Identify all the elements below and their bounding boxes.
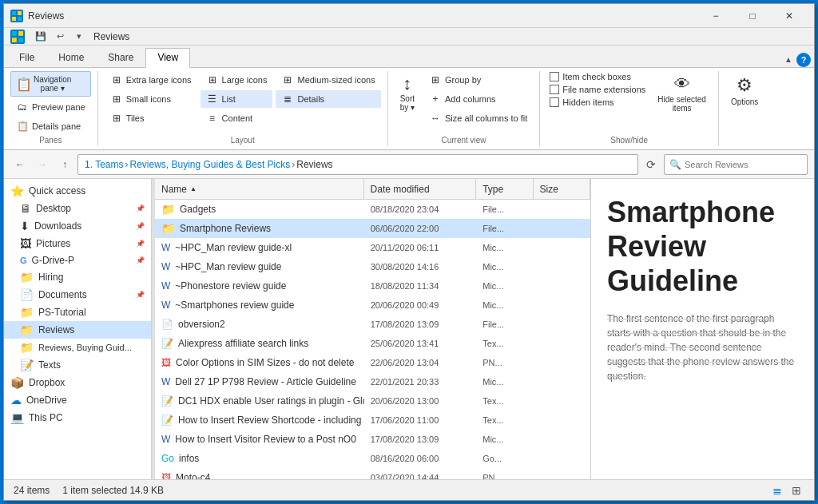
minimize-button[interactable]: − xyxy=(697,4,734,28)
file-list-header: Name ▲ Date modified Type Size xyxy=(155,179,590,200)
back-button[interactable]: ← xyxy=(10,155,30,174)
preview-pane-button[interactable]: 🗂 Preview pane xyxy=(10,98,91,116)
svg-rect-3 xyxy=(18,17,22,21)
details-pane-button[interactable]: 📋 Details pane xyxy=(10,117,91,135)
preview-body: The first sentence of the first paragrap… xyxy=(607,312,798,383)
hide-selected-items-button[interactable]: 👁 Hide selecteditems xyxy=(652,71,712,117)
hidden-items-toggle[interactable]: Hidden items xyxy=(546,97,649,108)
tiles-button[interactable]: ⊞ Tiles xyxy=(105,109,197,127)
tab-view[interactable]: View xyxy=(145,48,190,68)
sidebar-item-quick-access[interactable]: ⭐ Quick access xyxy=(4,182,151,200)
file-name-extensions-label: File name extensions xyxy=(562,85,645,94)
onedrive-icon: ☁ xyxy=(10,394,22,407)
table-row[interactable]: W~HPC_Man review guide 30/08/2020 14:16 … xyxy=(155,257,590,276)
sidebar-item-ps-tutorial[interactable]: 📁 PS-Tutorial xyxy=(4,304,151,321)
table-row[interactable]: 📄obversion2 17/08/2020 13:09 File... xyxy=(155,315,590,334)
quick-access-toolbar: 💾 ↩ ▾ Reviews xyxy=(4,28,814,46)
table-row[interactable]: W~Smartphones review guide 20/06/2020 00… xyxy=(155,296,590,315)
file-name-extensions-toggle[interactable]: File name extensions xyxy=(546,84,649,95)
size-all-columns-button[interactable]: ↔ Size all columns to fit xyxy=(423,109,533,127)
quick-save-button[interactable]: 💾 xyxy=(33,29,49,45)
refresh-button[interactable]: ⟳ xyxy=(641,155,661,174)
column-header-name[interactable]: Name ▲ xyxy=(155,179,364,199)
sidebar-item-reviews-buying[interactable]: 📁 Reviews, Buying Guid... xyxy=(4,339,151,356)
ribbon-view: 📋 Navigationpane ▾ 🗂 Preview pane 📋 Deta… xyxy=(4,68,814,150)
sidebar-label-dropbox: Dropbox xyxy=(29,377,65,388)
sidebar-item-onedrive[interactable]: ☁ OneDrive xyxy=(4,391,151,409)
large-icons-button[interactable]: ⊞ Large icons xyxy=(201,71,273,89)
quick-dropdown-button[interactable]: ▾ xyxy=(71,29,87,45)
ribbon-collapse-button[interactable]: ▲ xyxy=(780,51,796,67)
table-row[interactable]: WDell 27 1P P798 Review - Article Guidel… xyxy=(155,372,590,391)
list-button[interactable]: ☰ List xyxy=(201,90,273,108)
help-button[interactable]: ? xyxy=(796,53,811,67)
details-button[interactable]: ≣ Details xyxy=(276,90,380,108)
view-toggle-buttons: ≣ ⊞ xyxy=(769,482,804,498)
sidebar-item-downloads[interactable]: ⬇ Downloads 📌 xyxy=(4,217,151,235)
table-row[interactable]: 📝Aliexpress affiliate search links 25/06… xyxy=(155,334,590,353)
search-input[interactable] xyxy=(685,160,802,169)
column-header-size[interactable]: Size xyxy=(534,179,590,199)
file-name-3: W~HPC_Man review guide xyxy=(155,261,364,272)
small-icons-button[interactable]: ⊞ Small icons xyxy=(105,90,197,108)
table-row[interactable]: W~Phonestore review guide 18/08/2020 11:… xyxy=(155,276,590,296)
add-columns-button[interactable]: + Add columns xyxy=(423,90,533,108)
sidebar-item-texts[interactable]: 📝 Texts xyxy=(4,356,151,374)
col-size-label: Size xyxy=(540,184,558,195)
column-header-date[interactable]: Date modified xyxy=(364,179,477,199)
table-row[interactable]: Goinfos 08/16/2020 06:00 Go... xyxy=(155,449,590,468)
item-check-boxes-checkbox[interactable] xyxy=(550,72,559,81)
address-box[interactable]: 1. Teams › Reviews, Buying Guides & Best… xyxy=(77,154,638,175)
tab-home[interactable]: Home xyxy=(46,48,96,67)
table-row[interactable]: 📁Smartphone Reviews 06/06/2020 22:00 Fil… xyxy=(155,219,590,238)
sidebar-item-desktop[interactable]: 🖥 Desktop 📌 xyxy=(4,200,151,217)
group-by-button[interactable]: ⊞ Group by xyxy=(423,71,533,89)
sidebar-label-pictures: Pictures xyxy=(36,238,70,249)
table-row[interactable]: 📝DC1 HDX enable User ratings in plugin -… xyxy=(155,391,590,411)
sidebar-item-gdrive[interactable]: G G-Drive-P 📌 xyxy=(4,252,151,268)
downloads-pin: 📌 xyxy=(136,222,145,230)
view-options: ⊞ Group by + Add columns ↔ Size all colu… xyxy=(423,71,533,127)
content-button[interactable]: ≡ Content xyxy=(201,109,273,127)
sidebar-item-this-pc[interactable]: 💻 This PC xyxy=(4,409,151,427)
pictures-icon: 🖼 xyxy=(20,237,31,250)
file-icon: 📄 xyxy=(161,319,173,330)
medium-icons-button[interactable]: ⊞ Medium-sized icons xyxy=(276,71,380,89)
table-row[interactable]: W~HPC_Man review guide-xl 20/11/2020 06:… xyxy=(155,238,590,257)
item-check-boxes-toggle[interactable]: Item check boxes xyxy=(546,71,649,82)
forward-button[interactable]: → xyxy=(33,155,52,174)
sidebar-label-ps-tutorial: PS-Tutorial xyxy=(38,307,86,318)
extra-large-icons-button[interactable]: ⊞ Extra large icons xyxy=(105,71,197,89)
reviews-buying-icon: 📁 xyxy=(20,341,34,354)
table-row[interactable]: 🖼Moto-c4 03/07/2020 14:44 PN... xyxy=(155,468,590,479)
maximize-button[interactable]: □ xyxy=(734,4,771,28)
ribbon-group-panes: 📋 Navigationpane ▾ 🗂 Preview pane 📋 Deta… xyxy=(4,71,98,146)
table-row[interactable]: WHow to Insert Visitor Review to a Post … xyxy=(155,430,590,449)
sidebar-item-dropbox[interactable]: 📦 Dropbox xyxy=(4,374,151,391)
file-name-extensions-checkbox[interactable] xyxy=(550,85,559,94)
item-check-boxes-label: Item check boxes xyxy=(562,72,631,81)
panes-group-label: Panes xyxy=(4,136,97,145)
sidebar-item-pictures[interactable]: 🖼 Pictures 📌 xyxy=(4,235,151,252)
navigation-pane-button[interactable]: 📋 Navigationpane ▾ xyxy=(10,71,91,97)
large-icons-view-button[interactable]: ⊞ xyxy=(788,482,804,498)
options-button[interactable]: ⚙ Options xyxy=(725,71,764,110)
sidebar-item-reviews[interactable]: 📁 Reviews xyxy=(4,321,151,339)
panes-buttons: 📋 Navigationpane ▾ 🗂 Preview pane 📋 Deta… xyxy=(10,71,91,135)
quick-undo-button[interactable]: ↩ xyxy=(52,29,68,45)
txt-icon: 📝 xyxy=(161,338,173,349)
close-button[interactable]: ✕ xyxy=(771,4,808,28)
tab-share[interactable]: Share xyxy=(96,48,145,67)
tab-file[interactable]: File xyxy=(7,48,46,67)
up-button[interactable]: ↑ xyxy=(55,155,74,174)
table-row[interactable]: 🖼Color Options in SIM Sizes - do not del… xyxy=(155,353,590,372)
sidebar-label-documents: Documents xyxy=(38,289,87,300)
table-row[interactable]: 📁Gadgets 08/18/2020 23:04 File... xyxy=(155,200,590,219)
column-header-type[interactable]: Type xyxy=(476,179,533,199)
sidebar-item-documents[interactable]: 📄 Documents 📌 xyxy=(4,286,151,304)
table-row[interactable]: 📝How to Insert Review Shortcode - includ… xyxy=(155,411,590,430)
sidebar-item-hiring[interactable]: 📁 Hiring xyxy=(4,268,151,286)
details-view-button[interactable]: ≣ xyxy=(769,482,785,498)
hidden-items-checkbox[interactable] xyxy=(550,97,559,107)
sort-by-button[interactable]: ↕ Sortby ▾ xyxy=(395,71,420,114)
